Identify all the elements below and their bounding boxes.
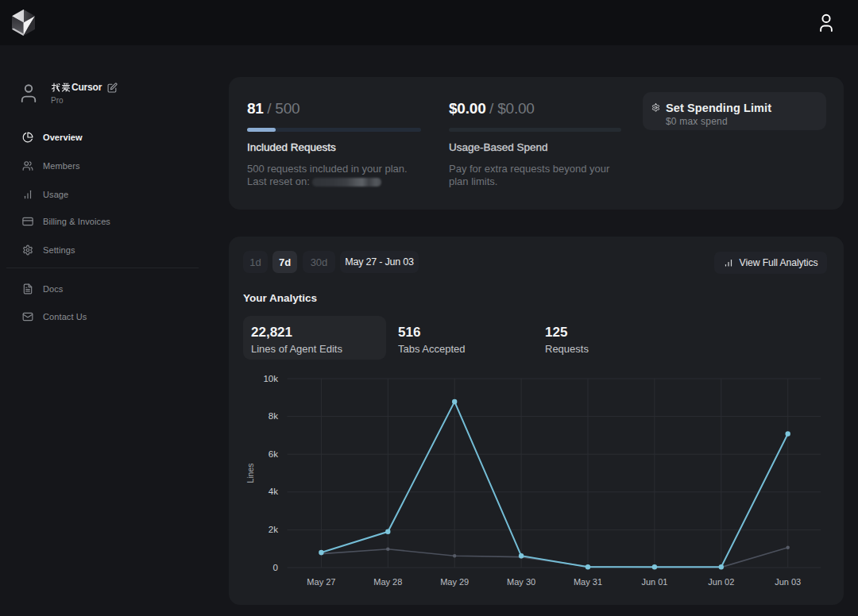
svg-text:May 31: May 31 — [574, 577, 602, 587]
svg-text:0: 0 — [273, 563, 278, 572]
svg-text:May 27: May 27 — [307, 577, 335, 587]
svg-text:Jun 03: Jun 03 — [775, 577, 801, 587]
svg-text:May 29: May 29 — [440, 577, 469, 587]
svg-text:2k: 2k — [269, 525, 278, 534]
svg-text:4k: 4k — [269, 487, 278, 496]
svg-text:May 30: May 30 — [507, 577, 535, 587]
svg-text:6k: 6k — [269, 449, 278, 459]
svg-text:May 28: May 28 — [373, 577, 402, 587]
svg-text:8k: 8k — [269, 411, 278, 421]
svg-text:10k: 10k — [263, 374, 278, 383]
svg-text:Jun 02: Jun 02 — [708, 577, 734, 587]
svg-text:Lines: Lines — [245, 463, 255, 483]
svg-text:Jun 01: Jun 01 — [641, 577, 667, 587]
